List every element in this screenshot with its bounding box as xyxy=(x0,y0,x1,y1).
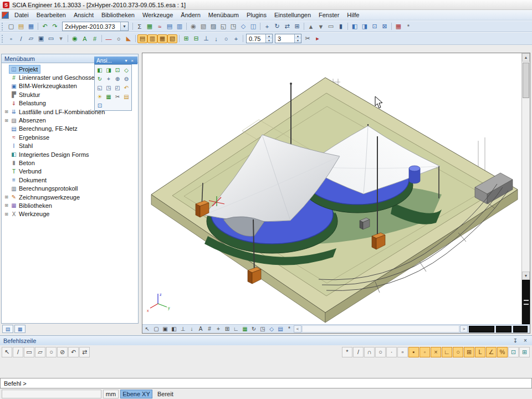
color-settings-icon[interactable]: ▦ xyxy=(393,22,403,31)
show-grid-icon[interactable]: ⊞ xyxy=(223,325,232,333)
select-by-line-icon[interactable]: / xyxy=(16,34,26,43)
scale-combo[interactable]: 0.75 ▲▼ xyxy=(246,34,273,43)
view-parameters-icon[interactable]: ▨ xyxy=(208,22,218,31)
tree-item-stahl[interactable]: I Stahl xyxy=(2,142,138,150)
project-combo[interactable]: 2xHyper-2010.373 ▼ xyxy=(62,22,129,31)
mirror-icon[interactable]: ⇄ xyxy=(282,22,292,31)
new-project-icon[interactable]: ▢ xyxy=(6,22,16,31)
workplane-indicator[interactable]: Ebene XY xyxy=(120,390,152,398)
scroll-down-icon[interactable]: ▼ xyxy=(522,272,530,280)
view-top-icon[interactable]: ⊡ xyxy=(113,65,122,74)
model-canvas[interactable]: z x y xyxy=(142,53,521,324)
send-backward-icon[interactable]: ▼ xyxy=(316,22,326,31)
snap-midpoint-icon[interactable]: ◦ xyxy=(420,347,430,357)
tree-item-verbund[interactable]: T Verbund xyxy=(2,167,138,176)
snap-arc-icon[interactable]: ∩ xyxy=(364,347,375,357)
activity-icon[interactable]: ◉ xyxy=(188,22,198,31)
menu-bibliotheken[interactable]: Bibliotheken xyxy=(98,11,139,19)
menu-datei[interactable]: Datei xyxy=(11,11,33,19)
palette-close-icon[interactable]: × xyxy=(129,58,135,63)
clip-slider[interactable] xyxy=(522,280,530,324)
selection-filter-icon[interactable]: ▾ xyxy=(56,34,66,43)
command-input[interactable]: Befehl > xyxy=(0,378,532,388)
expand-icon[interactable]: ⊞ xyxy=(3,118,9,123)
mesh-refinement-icon[interactable]: ⊟ xyxy=(191,34,201,43)
show-local-axes-icon[interactable]: + xyxy=(214,325,223,333)
engineering-report-icon[interactable]: ▤ xyxy=(165,22,175,31)
view-front-icon[interactable]: ◧ xyxy=(95,65,104,74)
palette-dropdown-icon[interactable]: ▾ xyxy=(123,58,129,63)
show-numbers-icon[interactable]: # xyxy=(205,325,214,333)
expand-icon[interactable]: ⊞ xyxy=(3,195,9,200)
select-by-cursor-icon[interactable]: ▫ xyxy=(6,34,16,43)
snap-orthogonal-icon[interactable]: ∟ xyxy=(442,347,452,357)
supports-display-icon[interactable]: ⊥ xyxy=(201,34,211,43)
snap-point-icon[interactable]: · xyxy=(386,347,397,357)
fe-grid-icon[interactable]: ⊞ xyxy=(181,34,191,43)
save-project-icon[interactable]: ▦ xyxy=(26,22,36,31)
scrollbar-track[interactable] xyxy=(522,62,530,272)
move-icon[interactable]: + xyxy=(262,22,272,31)
menu-aendern[interactable]: Ändern xyxy=(177,11,204,19)
visibility-icon[interactable]: ◉ xyxy=(70,34,80,43)
expand-icon[interactable]: ⊞ xyxy=(3,212,9,217)
snap-node-icon[interactable]: ▫ xyxy=(397,347,408,357)
previous-view-icon[interactable]: ↶ xyxy=(122,83,131,92)
menu-werkzeuge[interactable]: Werkzeuge xyxy=(139,11,177,19)
scroll-up-icon[interactable]: ▲ xyxy=(522,53,530,62)
snap-tangent-icon[interactable]: ○ xyxy=(453,347,463,357)
print-screen-icon[interactable]: ⊡ xyxy=(95,101,104,110)
wireframe-icon[interactable]: ▭ xyxy=(326,22,336,31)
close-window-icon[interactable]: ⊠ xyxy=(380,22,390,31)
hscroll-right-icon[interactable]: > xyxy=(460,325,468,332)
previous-selection-icon[interactable]: ↶ xyxy=(68,347,79,357)
view-direction-icon[interactable]: ◇ xyxy=(267,325,276,333)
show-supports-icon[interactable]: ⊥ xyxy=(178,325,187,333)
print-view-icon[interactable]: ▤ xyxy=(276,325,285,333)
line-tool-icon[interactable]: — xyxy=(104,34,114,43)
viewport-select-icon[interactable]: ↖ xyxy=(143,325,152,333)
undo-icon[interactable]: ↶ xyxy=(40,22,50,31)
show-model-data-icon[interactable]: ▦ xyxy=(241,325,249,333)
select-polygon-mode-icon[interactable]: ▱ xyxy=(35,347,45,357)
combo-dropdown-icon[interactable]: ▼ xyxy=(120,22,128,30)
toolbar-grip[interactable] xyxy=(2,35,4,43)
calculation-icon[interactable]: Σ xyxy=(135,22,145,31)
relative-coords-icon[interactable]: ⊞ xyxy=(519,347,530,357)
hscroll-track[interactable] xyxy=(302,325,459,332)
cascade-windows-icon[interactable]: ◨ xyxy=(360,22,370,31)
cut-icon[interactable]: ✂ xyxy=(303,34,313,43)
separator[interactable] xyxy=(302,22,306,31)
tree-item-design-forms[interactable]: ◧ Integriertes Design Forms xyxy=(2,150,138,158)
unit-indicator[interactable]: mm xyxy=(103,390,119,398)
menu-fenster[interactable]: Fenster xyxy=(315,11,343,19)
expand-icon[interactable]: ⊞ xyxy=(3,109,9,114)
separator[interactable] xyxy=(177,34,181,43)
timeline-segment[interactable] xyxy=(513,326,528,332)
snap-intersection-icon[interactable]: × xyxy=(431,347,441,357)
view-params2-icon[interactable]: ▤ xyxy=(122,92,131,101)
perspective-icon[interactable]: ◫ xyxy=(248,22,258,31)
select-line-mode-icon[interactable]: / xyxy=(13,347,23,357)
tree-item-absenzen[interactable]: ⊞ ▨ Absenzen xyxy=(2,116,138,124)
active-document-icon[interactable] xyxy=(2,12,9,19)
timeline-segment[interactable] xyxy=(469,326,494,332)
vertical-scrollbar[interactable]: ▲ ▼ xyxy=(521,53,530,324)
separator[interactable] xyxy=(66,34,70,43)
panel-tab-properties-icon[interactable]: ▦ xyxy=(14,325,25,333)
open-project-icon[interactable]: ▤ xyxy=(16,22,26,31)
zoom-selection-icon[interactable]: ◰ xyxy=(113,83,122,92)
absolute-coords-icon[interactable]: ⊡ xyxy=(508,347,519,357)
loads-display-icon[interactable]: ↓ xyxy=(211,34,221,43)
menu-ansicht[interactable]: Ansicht xyxy=(70,11,98,19)
hinges-display-icon[interactable]: ○ xyxy=(221,34,231,43)
command-close-icon[interactable]: × xyxy=(522,337,529,344)
separator[interactable] xyxy=(131,22,135,31)
count-spinner[interactable]: ▲▼ xyxy=(294,34,301,43)
separator[interactable] xyxy=(100,34,104,43)
snap-circle-icon[interactable]: ○ xyxy=(375,347,386,357)
options-icon[interactable]: * xyxy=(403,22,413,31)
expand-icon[interactable]: ⊞ xyxy=(3,203,9,208)
tree-item-berechnung[interactable]: ▤ Berechnung, FE-Netz xyxy=(2,125,138,133)
clipping-box-icon[interactable]: ▦ xyxy=(157,34,167,43)
